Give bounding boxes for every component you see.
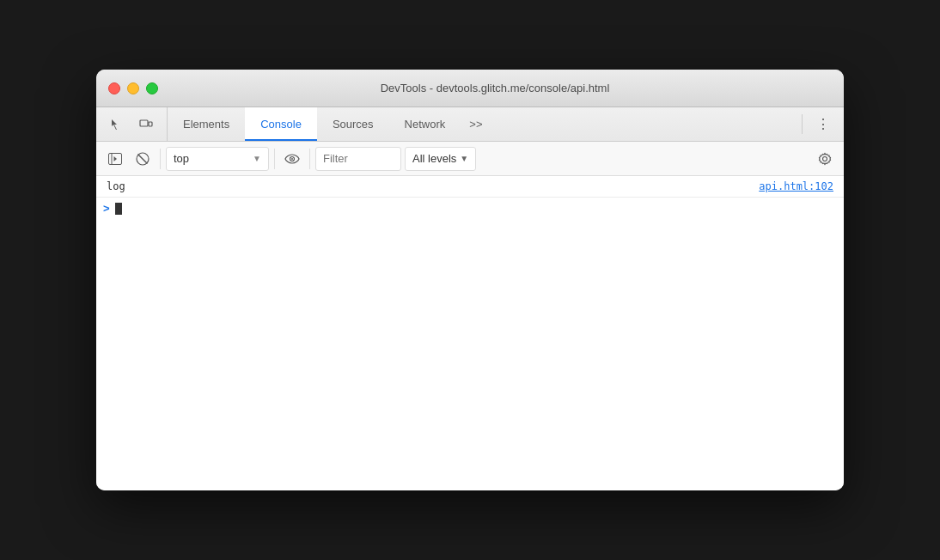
- svg-marker-4: [114, 156, 118, 161]
- svg-rect-1: [149, 122, 152, 126]
- close-button[interactable]: [108, 82, 120, 94]
- tab-list: Elements Console Sources Network >>: [168, 107, 802, 141]
- console-toolbar: top ▼ All levels ▼: [96, 142, 844, 176]
- tab-options: ⋮: [803, 107, 844, 141]
- svg-point-9: [823, 156, 827, 161]
- log-source-link[interactable]: api.html:102: [759, 180, 833, 192]
- svg-point-8: [291, 158, 293, 160]
- console-log-entry: log api.html:102: [96, 176, 844, 198]
- more-menu-button[interactable]: ⋮: [813, 114, 833, 135]
- context-selector[interactable]: top ▼: [166, 147, 269, 171]
- device-toolbar-icon[interactable]: [134, 113, 158, 137]
- window-title: DevTools - devtools.glitch.me/console/ap…: [158, 82, 832, 94]
- devtools-icons: [96, 107, 168, 141]
- tab-sources[interactable]: Sources: [317, 107, 389, 141]
- prompt-arrow-icon: >: [103, 202, 110, 215]
- live-expressions-button[interactable]: [280, 147, 304, 171]
- minimize-button[interactable]: [127, 82, 139, 94]
- clear-console-button[interactable]: [131, 147, 155, 171]
- svg-line-6: [138, 154, 148, 163]
- more-tabs-button[interactable]: >>: [461, 107, 491, 141]
- toolbar-separator-1: [160, 149, 161, 169]
- title-bar: DevTools - devtools.glitch.me/console/ap…: [96, 70, 844, 107]
- cursor: [115, 203, 122, 215]
- toolbar-separator-3: [309, 149, 310, 169]
- traffic-lights: [108, 82, 158, 94]
- toolbar-separator-2: [274, 149, 275, 169]
- console-settings-button[interactable]: [813, 147, 837, 171]
- levels-arrow-icon: ▼: [460, 154, 468, 163]
- log-levels-selector[interactable]: All levels ▼: [405, 147, 476, 171]
- inspector-icon[interactable]: [105, 113, 129, 137]
- console-input-line[interactable]: [115, 203, 122, 215]
- tab-bar: Elements Console Sources Network >> ⋮: [96, 107, 844, 142]
- maximize-button[interactable]: [146, 82, 158, 94]
- chevron-down-icon: ▼: [253, 154, 261, 163]
- filter-input[interactable]: [315, 147, 401, 171]
- console-content: log api.html:102 >: [96, 176, 844, 490]
- console-input-row: >: [96, 198, 844, 219]
- tab-network[interactable]: Network: [389, 107, 461, 141]
- log-message: log: [107, 180, 125, 192]
- tab-elements[interactable]: Elements: [168, 107, 245, 141]
- sidebar-toggle-button[interactable]: [103, 147, 127, 171]
- tab-console[interactable]: Console: [245, 107, 317, 141]
- svg-rect-0: [140, 120, 148, 126]
- devtools-window: DevTools - devtools.glitch.me/console/ap…: [96, 70, 844, 490]
